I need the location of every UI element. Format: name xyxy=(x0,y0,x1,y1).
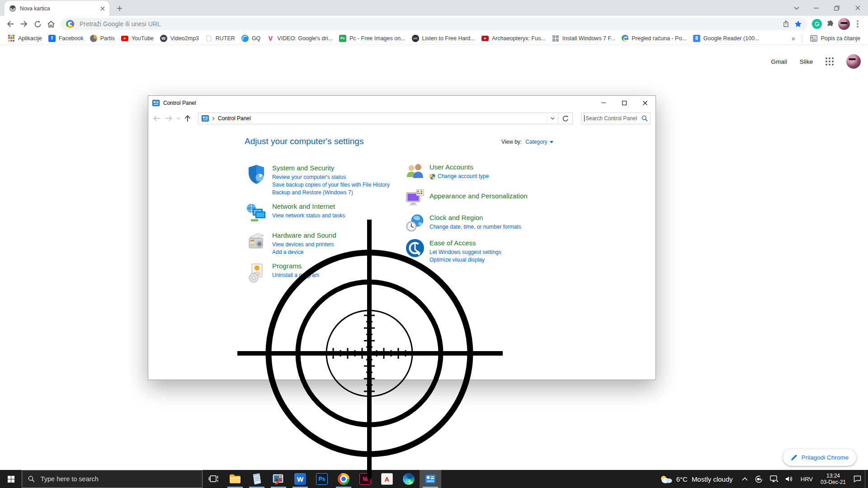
cp-refresh-icon[interactable] xyxy=(558,113,573,124)
printer-icon[interactable] xyxy=(245,231,267,256)
category-link[interactable]: View devices and printers xyxy=(272,241,336,249)
bookmark-ruter[interactable]: RUTER xyxy=(202,33,238,43)
taskbar-app-control-panel[interactable] xyxy=(420,470,441,488)
bookmark-star-icon[interactable] xyxy=(794,20,802,28)
user-accounts-icon[interactable] xyxy=(406,163,425,183)
category-link[interactable]: Let Windows suggest settings xyxy=(429,249,501,256)
gmail-link[interactable]: Gmail xyxy=(771,58,787,65)
taskbar-app-edge[interactable] xyxy=(398,470,420,488)
cp-address-dropdown-icon[interactable] xyxy=(547,113,558,124)
cp-breadcrumb[interactable]: Control Panel xyxy=(218,115,251,122)
home-icon[interactable] xyxy=(44,17,58,31)
category-title[interactable]: User Accounts xyxy=(429,163,489,171)
browser-tab[interactable]: Nova kartica xyxy=(5,1,109,16)
category-title[interactable]: Clock and Region xyxy=(429,213,521,222)
network-icon[interactable] xyxy=(766,470,782,488)
meet-now-icon[interactable] xyxy=(751,470,766,488)
show-desktop-button[interactable] xyxy=(865,470,868,488)
bookmark-google-reader[interactable]: 8 Google Reader (100... xyxy=(690,33,763,43)
address-bar[interactable] xyxy=(61,18,807,30)
taskbar-app-paint[interactable] xyxy=(268,470,289,488)
category-title[interactable]: Appearance and Personalization xyxy=(429,192,528,200)
category-title[interactable]: Hardware and Sound xyxy=(272,231,336,239)
bookmark-archaeopteryx[interactable]: Archaeopteryx: Fus... xyxy=(478,33,549,43)
action-center-icon[interactable] xyxy=(850,470,865,488)
address-input[interactable] xyxy=(79,20,778,28)
network-globe-icon[interactable] xyxy=(245,202,267,225)
bookmark-pexels[interactable]: Px Pc - Free Images on... xyxy=(336,33,409,43)
category-link[interactable]: Save backup copies of your files with Fi… xyxy=(272,181,390,189)
taskbar-app-acrobat[interactable]: A xyxy=(376,470,398,488)
share-icon[interactable] xyxy=(783,20,790,28)
window-restore-button[interactable] xyxy=(826,0,847,16)
cp-search-input[interactable] xyxy=(585,115,642,122)
grammarly-extension-icon[interactable] xyxy=(810,17,824,31)
bookmarks-overflow-chevron[interactable]: » xyxy=(789,35,798,42)
category-title[interactable]: Ease of Access xyxy=(429,239,501,247)
reload-icon[interactable] xyxy=(31,17,44,31)
taskbar-clock[interactable]: 13:24 03-Dec-21 xyxy=(816,473,850,485)
cp-titlebar[interactable]: Control Panel xyxy=(148,96,656,110)
software-box-icon[interactable] xyxy=(245,262,267,285)
cp-address-bar[interactable]: Control Panel xyxy=(198,113,558,124)
start-button[interactable] xyxy=(0,470,22,488)
window-minimize-button[interactable] xyxy=(806,0,826,16)
appearance-monitor-icon[interactable] xyxy=(406,188,425,209)
taskbar-search-box[interactable] xyxy=(22,470,203,488)
cp-back-icon[interactable] xyxy=(151,113,163,124)
category-link[interactable]: View network status and tasks xyxy=(272,212,345,220)
category-link[interactable]: Add a device xyxy=(272,249,336,256)
taskbar-app-notepad[interactable] xyxy=(246,470,268,488)
taskbar-search-input[interactable] xyxy=(40,475,196,483)
category-link[interactable]: Change date, time, or number formats xyxy=(429,223,521,231)
back-icon[interactable] xyxy=(4,17,17,31)
profile-avatar[interactable] xyxy=(837,17,851,31)
cp-up-icon[interactable] xyxy=(182,113,193,124)
category-link[interactable]: Backup and Restore (Windows 7) xyxy=(272,189,390,197)
customize-chrome-button[interactable]: Prilagodi Chrome xyxy=(783,449,856,466)
bookmark-video-google[interactable]: V VIDEO: Google's dri... xyxy=(264,33,336,43)
tab-search-icon[interactable] xyxy=(788,0,806,16)
bookmark-facebook[interactable]: f Facebook xyxy=(45,33,87,43)
tray-expand-chevron-icon[interactable] xyxy=(738,470,751,488)
ease-of-access-icon[interactable] xyxy=(406,239,425,264)
bookmark-youtube[interactable]: YouTube xyxy=(118,33,157,43)
cp-search-box[interactable] xyxy=(581,113,651,124)
category-link[interactable]: Change account type xyxy=(429,173,489,180)
cp-history-chevron-icon[interactable] xyxy=(175,113,182,124)
view-by-dropdown[interactable]: Category xyxy=(525,139,553,145)
category-title[interactable]: System and Security xyxy=(272,164,390,172)
clock-globe-icon[interactable] xyxy=(406,213,425,234)
category-title[interactable]: Programs xyxy=(272,262,319,270)
images-link[interactable]: Slike xyxy=(800,58,813,65)
bookmark-partis[interactable]: Partis xyxy=(87,33,118,43)
cp-close-button[interactable] xyxy=(635,96,656,110)
google-account-avatar[interactable] xyxy=(846,54,861,69)
new-tab-button[interactable] xyxy=(113,2,126,14)
shield-icon[interactable] xyxy=(245,164,267,197)
bookmark-listen[interactable]: 365 Listen to Free Hard... xyxy=(409,33,478,43)
taskbar-app-photoshop[interactable]: Ps xyxy=(311,470,333,488)
tab-close-icon[interactable] xyxy=(100,6,105,11)
taskbar-app-file-explorer[interactable] xyxy=(224,470,246,488)
task-view-button[interactable] xyxy=(203,470,224,488)
category-link[interactable]: Optimize visual display xyxy=(429,256,501,264)
category-link[interactable]: Review your computer's status xyxy=(272,174,390,181)
browser-menu-kebab-icon[interactable] xyxy=(851,17,864,31)
taskbar-app-indesign[interactable]: Id xyxy=(354,470,376,488)
taskbar-app-chrome[interactable] xyxy=(333,470,354,488)
bookmark-gq[interactable]: GQ xyxy=(238,33,264,43)
category-title[interactable]: Network and Internet xyxy=(272,202,345,211)
volume-icon[interactable] xyxy=(782,470,797,488)
bookmark-video2mp3[interactable]: W Video2mp3 xyxy=(157,33,202,43)
keyboard-language[interactable]: HRV xyxy=(797,470,816,488)
bookmark-pregled-racuna[interactable]: Pregled računa - Po... xyxy=(618,33,690,43)
extensions-puzzle-icon[interactable] xyxy=(824,17,837,31)
forward-icon[interactable] xyxy=(17,17,31,31)
cp-forward-icon[interactable] xyxy=(163,113,175,124)
reading-list-button[interactable]: Popis za čitanje xyxy=(807,33,863,43)
category-link[interactable]: Uninstall a program xyxy=(272,272,319,279)
google-apps-grid-icon[interactable] xyxy=(826,57,834,66)
taskbar-app-word[interactable]: W xyxy=(289,470,311,488)
window-close-button[interactable] xyxy=(847,0,868,16)
